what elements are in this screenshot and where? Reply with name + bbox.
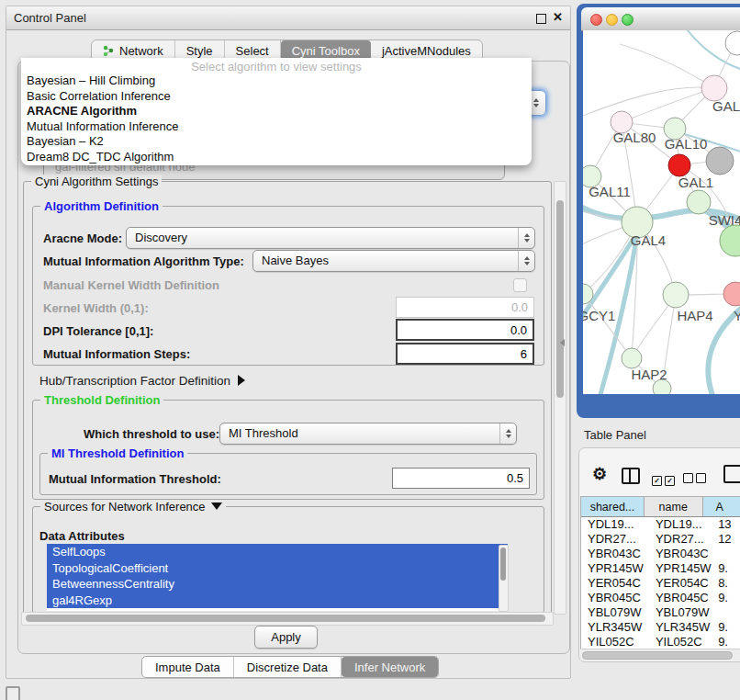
table-row[interactable]: YPR145WYPR145W9. (581, 561, 740, 576)
node-label: GAL1 (678, 175, 713, 190)
group-title: Algorithm Definition (40, 199, 163, 213)
table-row[interactable]: YDR27...YDR27...12 (581, 532, 740, 547)
stepper-icon (533, 98, 539, 102)
settings-horizontal-scrollbar[interactable] (21, 612, 554, 626)
node-label: HAP2 (631, 367, 667, 382)
table-row[interactable]: YBR045CYBR045C9. (581, 591, 740, 605)
network-edge (620, 44, 714, 88)
table-header-row: shared... name A (581, 497, 740, 517)
table-row[interactable]: YER054CYER054C8. (581, 576, 740, 591)
algorithm-dropdown-list: Select algorithm to view settings Bayesi… (21, 58, 532, 165)
mi-algorithm-type-combo[interactable]: Naive Bayes (252, 250, 535, 272)
which-threshold-label: Which threshold to use: (84, 427, 219, 441)
node-label: GAL11 (589, 184, 631, 199)
column-tool-icon-partial[interactable] (723, 465, 740, 483)
stepper-icon (499, 423, 516, 444)
network-canvas[interactable]: GAL GAL80 GAL10 GAL1 GAL11 SWI4 GAL4 GCY… (583, 30, 740, 394)
close-icon[interactable]: ✕ (553, 10, 563, 24)
network-edge (622, 88, 714, 122)
network-window-titlebar[interactable] (581, 7, 740, 31)
table-row[interactable]: YIL052CYIL052C9. (581, 635, 740, 649)
dropdown-item[interactable]: Mutual Information Inference (21, 119, 532, 135)
table-row[interactable]: YBL079WYBL079W (581, 605, 740, 620)
column-header-name[interactable]: name (645, 497, 703, 516)
dropdown-item[interactable]: Bayesian – K2 (21, 134, 532, 150)
table-horizontal-scrollbar[interactable] (580, 649, 740, 660)
list-item[interactable]: BetweennessCentrality (47, 576, 508, 593)
select-all-checkboxes-icon[interactable]: ✓✓ (652, 470, 678, 487)
column-header-partial[interactable]: A (703, 497, 740, 516)
list-item[interactable]: SelfLoops (47, 544, 508, 560)
splitter-handle[interactable] (560, 339, 565, 346)
node-gray[interactable] (706, 147, 734, 175)
dropdown-item[interactable]: Basic Correlation Inference (21, 89, 532, 105)
mi-threshold-label: Mutual Information Threshold: (49, 472, 221, 486)
node-table: shared... name A YDL19...YDL19...13 YDR2… (580, 496, 740, 649)
tab-impute-data[interactable]: Impute Data (142, 657, 234, 677)
tab-infer-network[interactable]: Infer Network (342, 657, 438, 677)
data-attributes-list: SelfLoops TopologicalCoefficient Between… (47, 544, 508, 611)
table-row[interactable]: YLR345WYLR345W9. (581, 620, 740, 635)
node-label: GCY1 (583, 308, 615, 323)
dropdown-item[interactable]: Bayesian – Hill Climbing (21, 73, 532, 89)
node-green-bright[interactable] (720, 225, 740, 256)
node-label: GAL4 (631, 232, 666, 248)
group-title: MI Threshold Definition (48, 446, 187, 460)
bottom-tabbar: Impute Data Discretize Data Infer Networ… (141, 656, 439, 678)
tab-discretize-data[interactable]: Discretize Data (234, 657, 342, 677)
list-scrollbar[interactable] (499, 545, 509, 612)
settings-vertical-scrollbar[interactable] (554, 181, 566, 615)
node-hap4[interactable] (663, 282, 689, 308)
node-unlabeled[interactable] (725, 31, 740, 55)
mi-algorithm-type-label: Mutual Information Algorithm Type: (43, 254, 244, 268)
split-columns-icon[interactable] (622, 468, 640, 484)
node-label: GAL80 (613, 130, 656, 145)
mi-threshold-field[interactable]: 0.5 (392, 468, 530, 489)
network-edge (583, 87, 714, 118)
control-panel-header: Control Panel ✕ (6, 6, 570, 30)
table-row[interactable]: YDL19...YDL19...13 (581, 517, 740, 532)
apply-button[interactable]: Apply (254, 626, 318, 649)
network-icon (103, 45, 115, 57)
node-label: GAL (712, 98, 740, 114)
node-gal-partial[interactable] (701, 75, 727, 101)
collapsed-panel-icon[interactable] (6, 686, 20, 700)
list-item[interactable]: gal4RGexp (47, 593, 508, 609)
zoom-traffic-light[interactable] (622, 14, 633, 26)
dropdown-prompt: Select algorithm to view settings (21, 58, 532, 73)
panel-title: Control Panel (14, 11, 86, 25)
node-hap2[interactable] (622, 348, 642, 368)
column-header-shared-name[interactable]: shared... (581, 497, 645, 516)
hub-tf-definition-toggle[interactable]: Hub/Transcription Factor Definition (39, 374, 245, 388)
node-label: GAL10 (665, 136, 708, 152)
manual-kernel-width-checkbox[interactable] (513, 278, 527, 292)
node-salmon[interactable] (723, 282, 740, 306)
table-row[interactable]: YBR043CYBR043C (581, 547, 740, 561)
node-green[interactable] (687, 190, 711, 214)
which-threshold-combo[interactable]: MI Threshold (219, 423, 517, 445)
node-label: Y (734, 308, 740, 323)
collapse-arrow-icon (211, 502, 222, 510)
dropdown-item-selected[interactable]: ARACNE Algorithm (21, 104, 532, 119)
mi-steps-field[interactable]: 6 (396, 343, 534, 365)
dpi-tolerance-label: DPI Tolerance [0,1]: (43, 324, 153, 338)
kernel-width-label: Kernel Width (0,1): (43, 301, 149, 315)
mi-steps-label: Mutual Information Steps: (43, 347, 190, 361)
list-item[interactable]: TopologicalCoefficient (47, 560, 508, 577)
close-traffic-light[interactable] (590, 14, 602, 26)
kernel-width-field[interactable]: 0.0 (396, 297, 534, 318)
aracne-mode-combo[interactable]: Discovery (126, 227, 535, 249)
network-graph: GAL GAL80 GAL10 GAL1 GAL11 SWI4 GAL4 GCY… (583, 30, 740, 394)
sources-group-toggle[interactable]: Sources for Network Inference (40, 500, 226, 514)
gear-icon[interactable]: ⚙ (592, 464, 607, 484)
dropdown-item[interactable]: Dream8 DC_TDC Algorithm (21, 150, 532, 165)
node-gal1-red[interactable] (668, 154, 690, 176)
group-title: Cyni Algorithm Settings (31, 175, 162, 188)
float-window-icon[interactable] (536, 14, 546, 24)
minimize-traffic-light[interactable] (606, 14, 618, 26)
manual-kernel-width-label: Manual Kernel Width Definition (43, 278, 219, 292)
stepper-icon (518, 251, 534, 271)
node-label: HAP4 (677, 308, 712, 323)
deselect-all-checkboxes-icon[interactable] (683, 470, 709, 487)
dpi-tolerance-field[interactable]: 0.0 (396, 319, 534, 341)
